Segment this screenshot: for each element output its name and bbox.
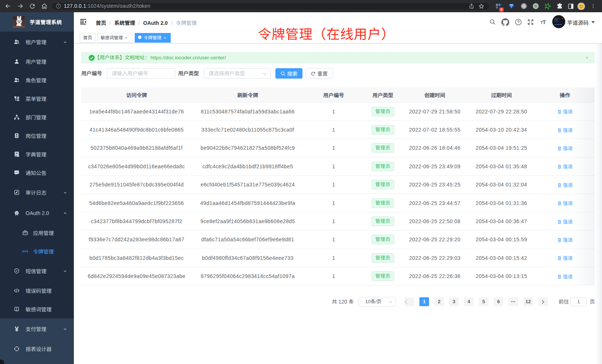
svg-text:a: a xyxy=(24,250,26,252)
